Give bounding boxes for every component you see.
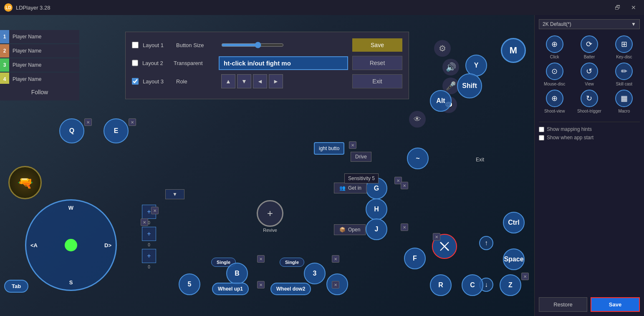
arrow-down[interactable]: ▼ <box>237 74 251 88</box>
z-close-badge[interactable]: ✕ <box>521 273 529 280</box>
click-item[interactable]: ⊕ Click <box>539 35 570 59</box>
j-key-circle[interactable]: J <box>366 218 387 240</box>
joystick-d: D> <box>104 242 111 248</box>
revive-button[interactable]: + Revive <box>257 200 283 233</box>
right-button-indicator: ight butto <box>314 142 344 155</box>
batter-item[interactable]: ⟳ Batter <box>573 35 605 59</box>
get-in-close-badge[interactable]: ✕ <box>401 182 408 189</box>
button-size-slider[interactable] <box>221 42 284 48</box>
arrow-left[interactable]: ◄ <box>253 74 267 88</box>
single1-close-badge[interactable]: ✕ <box>257 255 265 263</box>
alt-key-circle[interactable]: Alt <box>430 90 452 112</box>
eye-icon[interactable]: 👁 <box>409 111 426 128</box>
key-disc-label: Key-disc <box>616 55 632 59</box>
show-mapping-hints-label: Show mapping hints <box>547 126 592 132</box>
player-item-1[interactable]: 1 Player Name <box>0 30 79 43</box>
get-in-label: 👥 Get in <box>334 183 367 193</box>
game-area: 1 Player Name 2 Player Name 3 Player Nam… <box>0 15 534 316</box>
fight-mode-input[interactable] <box>219 56 348 70</box>
bottom-buttons: Restore Save <box>539 297 640 312</box>
bullet-icon: 🔫 <box>8 166 42 199</box>
follow-button[interactable]: Follow <box>0 84 79 100</box>
volume-icon[interactable]: 🔊 <box>442 59 459 75</box>
player-item-2[interactable]: 2 Player Name <box>0 44 79 58</box>
extra-close-badge2[interactable]: ✕ <box>151 207 159 214</box>
wheel-down-label[interactable]: Wheel dow2 <box>270 283 311 295</box>
f-key-circle[interactable]: F <box>404 248 426 269</box>
layout3-label: Layout 3 <box>143 78 172 85</box>
restore-button[interactable]: Restore <box>539 297 587 312</box>
resolution-dropdown[interactable]: 2K Default(*) ▼ <box>539 19 640 29</box>
macro-icon: ▦ <box>615 90 633 107</box>
dialog-exit-button[interactable]: Exit <box>352 74 402 88</box>
up-arrow-button[interactable]: ↑ <box>479 236 493 250</box>
b-close-badge[interactable]: ✕ <box>257 281 265 288</box>
single2-close-badge[interactable]: ✕ <box>332 255 339 263</box>
layout3-checkbox[interactable] <box>132 78 139 85</box>
macro-item[interactable]: ▦ Macro <box>609 90 640 113</box>
skill-cast-item[interactable]: ✏ Skill cast <box>609 63 640 86</box>
layout-row-1: Layout 1 Button Size Save <box>132 38 402 52</box>
right-button-close-badge[interactable]: ✕ <box>349 141 356 149</box>
single2-label: Single <box>280 258 304 267</box>
key-type-grid: ⊕ Click ⟳ Batter ⊞ Key-disc ⊙ Mouse-disc… <box>539 35 640 113</box>
open-close-badge[interactable]: ✕ <box>401 223 408 231</box>
layout1-checkbox[interactable] <box>132 42 139 48</box>
tilde-key-circle[interactable]: ~ <box>407 148 429 169</box>
show-mapping-hints-row: Show mapping hints <box>539 126 640 132</box>
mouse-disc-item[interactable]: ⊙ Mouse-disc <box>539 63 570 86</box>
ctrl-key-circle[interactable]: Ctrl <box>503 212 525 233</box>
revive-label: Revive <box>263 228 277 233</box>
save-main-button[interactable]: Save <box>591 297 640 312</box>
arrow-up[interactable]: ▲ <box>221 74 235 88</box>
dialog-reset-button[interactable]: Reset <box>352 56 402 70</box>
q-close-badge[interactable]: ✕ <box>84 118 92 126</box>
exit-game-label: Exit <box>476 157 484 163</box>
dropdown-button[interactable]: ▼ <box>165 189 184 199</box>
key-disc-icon: ⊞ <box>615 35 633 53</box>
transparency-label: Transparent <box>174 60 215 66</box>
gear-icon[interactable]: ⚙ <box>434 40 451 57</box>
3-key-circle[interactable]: 3 <box>304 263 326 284</box>
view-item[interactable]: ↺ View <box>573 63 605 86</box>
q-key-circle[interactable]: Q <box>59 118 84 143</box>
c-key-circle[interactable]: C <box>462 274 483 296</box>
app-logo: LD <box>4 3 13 12</box>
show-when-app-checkbox[interactable] <box>539 135 544 140</box>
player-item-3[interactable]: 3 Player Name <box>0 58 79 72</box>
m-key-circle[interactable]: M <box>501 38 526 63</box>
space-key-circle[interactable]: Space <box>503 248 525 270</box>
layout2-checkbox[interactable] <box>132 60 138 66</box>
joystick-s: S <box>69 279 73 286</box>
3-close-badge[interactable]: ✕ <box>332 281 339 288</box>
r-key-circle[interactable]: R <box>430 274 452 296</box>
joystick[interactable]: W S <A D> <box>25 199 117 291</box>
e-close-badge[interactable]: ✕ <box>129 118 136 126</box>
z-key-circle[interactable]: Z <box>500 274 521 296</box>
med-count-2: 0 <box>142 243 156 247</box>
med-box-2: + <box>142 227 156 241</box>
dropdown-chevron-icon: ▼ <box>631 21 636 27</box>
key-disc-item[interactable]: ⊞ Key-disc <box>609 35 640 59</box>
h-key-circle[interactable]: H <box>366 198 387 220</box>
show-mapping-hints-checkbox[interactable] <box>539 127 544 132</box>
close-button[interactable]: ✕ <box>627 3 640 12</box>
restore-button[interactable]: 🗗 <box>611 3 624 12</box>
sensitivity-tooltip: Sensitivity 5 <box>344 173 379 183</box>
player-list: 1 Player Name 2 Player Name 3 Player Nam… <box>0 30 79 87</box>
show-when-app-row: Show when app start <box>539 135 640 140</box>
5-key-circle[interactable]: 5 <box>179 273 200 295</box>
shoot-view-item[interactable]: ⊕ Shoot-view <box>539 90 570 113</box>
extra-close-badge[interactable]: ✕ <box>141 218 148 226</box>
macro-label: Macro <box>618 109 630 113</box>
e-key-circle[interactable]: E <box>104 118 129 143</box>
wheel-up-label[interactable]: Wheel up1 <box>212 283 249 295</box>
shoot-trigger-item[interactable]: ↻ Shoot-trigger <box>573 90 605 113</box>
arrow-right[interactable]: ► <box>269 74 283 88</box>
selected-close-badge[interactable]: ✕ <box>433 233 440 241</box>
tab-button[interactable]: Tab <box>4 280 28 293</box>
dialog-save-button[interactable]: Save <box>352 38 402 52</box>
shift-key-circle[interactable]: Shift <box>457 73 482 98</box>
b-key-circle[interactable]: B <box>226 263 248 284</box>
player-name-3: Player Name <box>9 58 79 72</box>
